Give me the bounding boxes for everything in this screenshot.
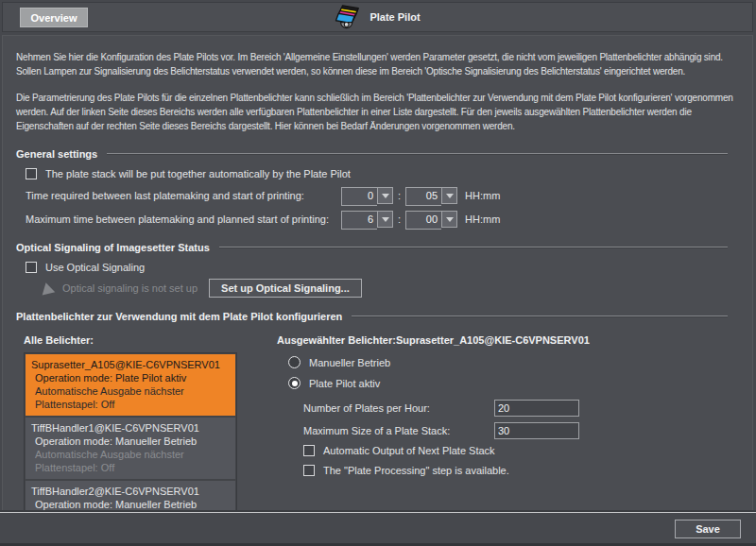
plate-processing-label: The "Plate Processing" step is available… — [323, 465, 509, 476]
warning-icon — [40, 281, 55, 295]
combo-value: 0 — [341, 187, 377, 206]
pilot-active-radio-row[interactable]: Plate Pilot aktiv — [288, 377, 739, 389]
list-item-suprasetter[interactable]: Suprasetter_A105@KIE-C6VPNSERV01 Operati… — [26, 354, 235, 416]
max-stack-size-label: Maximum Size of a Plate Stack: — [303, 425, 494, 436]
chevron-down-icon — [446, 217, 454, 222]
list-item-tiffbhandler1[interactable]: TiffBHandler1@KIE-C6VPNSERV01 Operation … — [26, 418, 235, 479]
section-divider — [107, 153, 728, 155]
plates-per-hour-field[interactable] — [494, 400, 579, 417]
item-name: Suprasetter_A105@KIE-C6VPNSERV01 — [31, 358, 230, 371]
page-title: Plate Pilot — [369, 11, 420, 23]
plate-pilot-icon — [335, 4, 363, 30]
chevron-down-icon — [382, 217, 389, 222]
pilot-active-label: Plate Pilot aktiv — [309, 378, 380, 389]
time-required-minutes-combo[interactable]: 05 — [405, 187, 457, 204]
optical-warning-row: Optical signaling is not set up Set up O… — [41, 279, 739, 298]
overview-button[interactable]: Overview — [20, 8, 88, 27]
footer-bar: Save — [0, 512, 756, 546]
auto-output-row: Automatic Output of Next Plate Stack — [303, 445, 739, 456]
max-time-hours-combo[interactable]: 6 — [341, 211, 393, 228]
selected-imagesetter-label: Ausgewählter Belichter:Suprasetter_A105@… — [277, 334, 739, 346]
time-colon: : — [398, 190, 401, 201]
time-required-row: Time required between last platemaking a… — [26, 187, 739, 204]
item-operation-mode: Operation mode: Manueller Betrieb — [31, 498, 230, 511]
title-group: Plate Pilot — [3, 3, 752, 31]
combo-dropdown-button[interactable] — [377, 211, 393, 228]
item-operation-mode: Operation mode: Manueller Betrieb — [31, 435, 230, 448]
time-colon: : — [398, 213, 401, 225]
auto-output-checkbox[interactable] — [303, 445, 315, 456]
manual-mode-label: Manueller Betrieb — [309, 357, 390, 368]
imagesetter-list: Suprasetter_A105@KIE-C6VPNSERV01 Operati… — [24, 352, 237, 512]
max-time-minutes-combo[interactable]: 00 — [405, 211, 457, 228]
combo-value: 6 — [341, 211, 377, 230]
intro-line: Sollen Lampen zur Signalisierung des Bel… — [16, 64, 739, 78]
plates-per-hour-row: Number of Plates per Hour: — [303, 400, 739, 417]
plate-processing-checkbox[interactable] — [303, 465, 315, 476]
use-optical-checkbox[interactable] — [26, 262, 37, 273]
combo-dropdown-button[interactable] — [441, 187, 457, 204]
section-divider — [219, 247, 728, 248]
auto-output-label: Automatic Output of Next Plate Stack — [323, 445, 495, 456]
intro-line: Die Parametrierung des Plate Pilots für … — [16, 91, 739, 105]
hhmm-unit-label: HH:mm — [465, 213, 500, 225]
manual-mode-radio[interactable] — [288, 356, 301, 368]
time-required-hours-combo[interactable]: 0 — [341, 187, 393, 204]
use-optical-label: Use Optical Signaling — [45, 262, 145, 273]
chevron-down-icon — [382, 194, 389, 198]
section-title: Plattenbelichter zur Verwendung mit dem … — [16, 311, 342, 322]
save-button[interactable]: Save — [675, 520, 741, 538]
time-required-label: Time required between last platemaking a… — [26, 190, 341, 201]
intro-paragraph-1: Nehmen Sie hier die Konfiguration des Pl… — [16, 50, 739, 78]
all-imagesetters-label: Alle Belichter: — [24, 334, 237, 346]
manual-mode-radio-row[interactable]: Manueller Betrieb — [288, 356, 739, 368]
optical-signaling-header: Optical Signaling of Imagesetter Status — [16, 242, 739, 253]
top-bar: Overview Plate Pilot — [2, 2, 753, 32]
auto-stack-checkbox[interactable] — [26, 168, 37, 179]
intro-line: werden. Auf der linken Seite dieses Bere… — [16, 105, 739, 119]
combo-dropdown-button[interactable] — [377, 187, 393, 204]
imagesetter-config-body: Alle Belichter: Suprasetter_A105@KIE-C6V… — [24, 334, 739, 512]
list-item-tiffbhandler2[interactable]: TiffBHandler2@KIE-C6VPNSERV01 Operation … — [26, 481, 235, 512]
combo-dropdown-button[interactable] — [441, 211, 457, 228]
optical-warning-text: Optical signaling is not set up — [62, 282, 198, 294]
item-operation-mode: Operation mode: Plate Pilot aktiv — [31, 371, 230, 384]
auto-stack-row: The plate stack will be put together aut… — [26, 168, 739, 179]
max-stack-size-row: Maximum Size of a Plate Stack: — [303, 422, 739, 439]
pilot-active-radio[interactable] — [288, 377, 301, 389]
item-auto-output: Automatische Ausgabe nächster Plattensta… — [31, 384, 230, 411]
imagesetter-list-column: Alle Belichter: Suprasetter_A105@KIE-C6V… — [24, 334, 237, 512]
item-name: TiffBHandler1@KIE-C6VPNSERV01 — [31, 421, 230, 435]
plate-pilot-window: Overview Plate Pilot Nehmen Sie hi — [0, 0, 756, 546]
intro-paragraph-2: Die Parametrierung des Plate Pilots für … — [16, 91, 739, 133]
setup-optical-button[interactable]: Set up Optical Signaling... — [209, 279, 362, 298]
plate-processing-row: The "Plate Processing" step is available… — [303, 465, 739, 476]
combo-value: 00 — [405, 211, 441, 230]
item-name: TiffBHandler2@KIE-C6VPNSERV01 — [31, 485, 230, 498]
intro-line: Nehmen Sie hier die Konfiguration des Pl… — [16, 50, 739, 64]
chevron-down-icon — [446, 194, 454, 198]
section-title: Optical Signaling of Imagesetter Status — [16, 242, 210, 253]
max-time-label: Maximum time between platemaking and pla… — [26, 213, 341, 225]
combo-value: 05 — [405, 187, 441, 206]
auto-stack-label: The plate stack will be put together aut… — [45, 168, 351, 179]
intro-line: Eigenschaften auf der rechten Seite dies… — [16, 119, 739, 133]
plates-per-hour-label: Number of Plates per Hour: — [303, 402, 494, 414]
use-optical-row: Use Optical Signaling — [26, 262, 739, 273]
item-auto-output: Automatische Ausgabe nächster Plattensta… — [31, 448, 230, 474]
section-divider — [352, 316, 728, 317]
hhmm-unit-label: HH:mm — [465, 190, 500, 201]
imagesetter-properties-column: Ausgewählter Belichter:Suprasetter_A105@… — [277, 334, 739, 512]
general-settings-header: General settings — [16, 148, 739, 160]
max-stack-size-field[interactable] — [494, 422, 579, 439]
max-time-row: Maximum time between platemaking and pla… — [26, 211, 739, 228]
section-title: General settings — [16, 148, 97, 160]
content-panel: Nehmen Sie hier die Konfiguration des Pl… — [2, 35, 753, 512]
imagesetter-config-header: Plattenbelichter zur Verwendung mit dem … — [16, 311, 739, 322]
